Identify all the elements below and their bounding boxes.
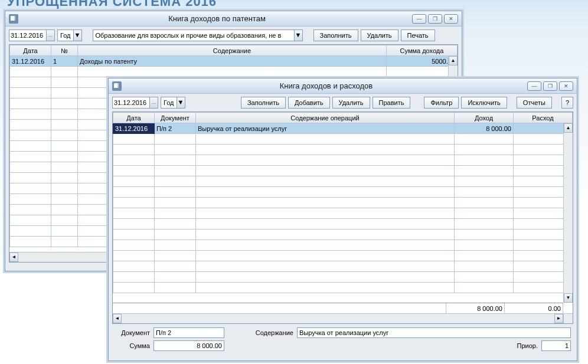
cell-date: 31.12.2016 bbox=[10, 56, 51, 67]
col-amount[interactable]: Сумма дохода bbox=[387, 45, 458, 56]
filter-button[interactable]: Фильтр bbox=[424, 97, 459, 109]
col-operation[interactable]: Содержание операций bbox=[196, 113, 455, 123]
cell-income: 8 000.00 bbox=[455, 123, 514, 134]
date-field[interactable]: … bbox=[9, 29, 55, 41]
scroll-up-icon[interactable]: ▲ bbox=[564, 123, 573, 133]
print-button[interactable]: Печать bbox=[401, 29, 435, 41]
cell-amount: 5000.00 bbox=[387, 56, 458, 67]
chevron-down-icon[interactable]: ▼ bbox=[73, 30, 81, 41]
scroll-left-icon[interactable]: ◄ bbox=[113, 314, 122, 323]
scroll-up-icon[interactable]: ▲ bbox=[449, 56, 458, 65]
minimize-button[interactable]: ― bbox=[412, 14, 426, 24]
app-background-title: УПРОЩЕННАЯ СИСТЕМА 2016 bbox=[7, 0, 217, 9]
period-value: Год bbox=[161, 99, 177, 106]
sum-field[interactable]: 8 000.00 bbox=[153, 340, 224, 351]
grid: Дата Документ Содержание операций Доход … bbox=[112, 112, 573, 324]
table-row[interactable]: 31.12.2016 П/п 2 Выручка от реализации у… bbox=[113, 123, 573, 134]
help-button[interactable]: ? bbox=[561, 97, 573, 109]
window-title: Книга доходов по патентам bbox=[22, 14, 412, 23]
cell-operation: Выручка от реализации услуг bbox=[196, 123, 455, 134]
col-date[interactable]: Дата bbox=[10, 45, 51, 56]
sum-label: Сумма bbox=[115, 342, 150, 349]
vertical-scrollbar[interactable]: ▲ ▼ bbox=[563, 123, 573, 303]
totals-row: 8 000.00 0.00 bbox=[113, 303, 563, 313]
date-picker-button[interactable]: … bbox=[46, 30, 54, 41]
minimize-button[interactable]: ― bbox=[527, 81, 541, 91]
table-row[interactable]: 31.12.2016 1 Доходы по патенту 5000.00 bbox=[10, 56, 458, 67]
maximize-button[interactable]: ❐ bbox=[428, 14, 442, 24]
toolbar: … Год ▼ Образование для взрослых и прочи… bbox=[5, 27, 462, 44]
titlebar[interactable]: Книга доходов по патентам ― ❐ ✕ bbox=[5, 11, 462, 27]
date-field[interactable]: … bbox=[112, 97, 158, 109]
date-input[interactable] bbox=[9, 30, 46, 41]
fill-button[interactable]: Заполнить bbox=[313, 29, 358, 41]
reports-button[interactable]: Отчеты bbox=[517, 97, 552, 109]
col-expense[interactable]: Расход bbox=[514, 113, 573, 123]
total-expense: 0.00 bbox=[505, 303, 563, 314]
book-icon bbox=[112, 81, 122, 91]
toolbar: … Год ▼ Заполнить Добавить Удалить Прави… bbox=[109, 94, 577, 112]
date-picker-button[interactable]: … bbox=[149, 97, 158, 108]
col-number[interactable]: № bbox=[51, 45, 78, 56]
chevron-down-icon[interactable]: ▼ bbox=[294, 30, 302, 41]
titlebar[interactable]: Книга доходов и расходов ― ❐ ✕ bbox=[109, 78, 577, 94]
close-button[interactable]: ✕ bbox=[444, 14, 458, 24]
content-label: Содержание bbox=[249, 329, 293, 336]
close-button[interactable]: ✕ bbox=[559, 81, 573, 91]
prior-label: Приор. bbox=[517, 342, 538, 349]
prior-field[interactable]: 1 bbox=[541, 340, 571, 351]
activity-combo[interactable]: Образование для взрослых и прочие виды о… bbox=[93, 29, 303, 41]
period-value: Год bbox=[58, 32, 73, 39]
col-content[interactable]: Содержание bbox=[78, 45, 387, 56]
delete-button[interactable]: Удалить bbox=[361, 29, 398, 41]
content-field[interactable]: Выручка от реализации услуг bbox=[297, 327, 571, 338]
delete-button[interactable]: Удалить bbox=[332, 97, 370, 109]
cell-content: Доходы по патенту bbox=[78, 56, 387, 67]
cell-document: П/п 2 bbox=[155, 123, 196, 134]
book-icon bbox=[9, 14, 18, 24]
period-combo[interactable]: Год ▼ bbox=[161, 97, 185, 109]
period-combo[interactable]: Год ▼ bbox=[57, 29, 82, 41]
horizontal-scrollbar[interactable]: ◄ ► bbox=[113, 313, 563, 323]
detail-panel: Документ П/п 2 Содержание Выручка от реа… bbox=[109, 324, 577, 355]
total-income: 8 000.00 bbox=[446, 303, 505, 314]
col-date[interactable]: Дата bbox=[113, 113, 155, 123]
fill-button[interactable]: Заполнить bbox=[241, 97, 286, 109]
add-button[interactable]: Добавить bbox=[288, 97, 330, 109]
scroll-right-icon[interactable]: ► bbox=[554, 314, 563, 323]
chevron-down-icon[interactable]: ▼ bbox=[177, 97, 185, 108]
scroll-down-icon[interactable]: ▼ bbox=[564, 293, 573, 303]
scroll-left-icon[interactable]: ◄ bbox=[9, 252, 18, 262]
col-income[interactable]: Доход bbox=[455, 113, 514, 123]
date-input[interactable] bbox=[113, 97, 149, 108]
edit-button[interactable]: Править bbox=[373, 97, 411, 109]
cell-number: 1 bbox=[51, 56, 78, 67]
window-title: Книга доходов и расходов bbox=[125, 81, 527, 90]
scroll-corner bbox=[563, 313, 573, 323]
col-document[interactable]: Документ bbox=[155, 113, 196, 123]
doc-field[interactable]: П/п 2 bbox=[153, 327, 224, 338]
maximize-button[interactable]: ❐ bbox=[543, 81, 557, 91]
cell-date: 31.12.2016 bbox=[113, 123, 155, 134]
activity-value: Образование для взрослых и прочие виды о… bbox=[93, 32, 294, 39]
doc-label: Документ bbox=[115, 329, 150, 336]
exclude-button[interactable]: Исключить bbox=[461, 97, 507, 109]
income-expense-table[interactable]: Дата Документ Содержание операций Доход … bbox=[113, 112, 573, 293]
window-income-expense-book: Книга доходов и расходов ― ❐ ✕ … Год ▼ З… bbox=[108, 78, 577, 361]
